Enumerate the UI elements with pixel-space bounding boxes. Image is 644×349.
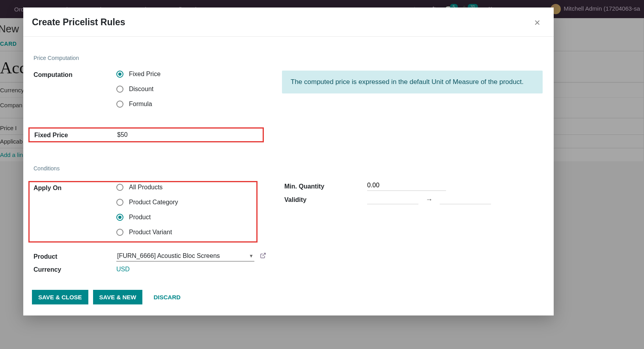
modal-body: Price Computation Computation Fixed Pric… xyxy=(23,37,554,284)
radio-fixed-price[interactable]: Fixed Price xyxy=(116,71,266,78)
highlight-fixed-price: Fixed Price $50 xyxy=(28,127,264,142)
product-select-value: [FURN_6666] Acoustic Bloc Screens xyxy=(117,252,220,259)
highlight-apply-on: Apply On All Products Product Category xyxy=(28,181,258,243)
currency-value[interactable]: USD xyxy=(116,266,130,272)
validity-end-input[interactable] xyxy=(440,195,491,204)
radio-icon xyxy=(116,86,123,93)
min-quantity-input[interactable] xyxy=(367,181,446,191)
radio-icon xyxy=(116,71,123,78)
radio-icon xyxy=(116,229,123,236)
info-uom-note: The computed price is expressed in the d… xyxy=(282,71,543,93)
arrow-right-icon: → xyxy=(426,196,433,204)
product-select[interactable]: [FURN_6666] Acoustic Bloc Screens ▼ xyxy=(116,251,254,261)
radio-product-variant[interactable]: Product Variant xyxy=(116,229,255,236)
radio-label: Discount xyxy=(129,86,153,93)
radio-icon xyxy=(116,101,123,108)
radio-discount[interactable]: Discount xyxy=(116,86,266,93)
label-validity: Validity xyxy=(284,196,367,203)
apply-on-radio-group: All Products Product Category Product xyxy=(116,184,255,236)
section-conditions: Conditions xyxy=(34,165,543,172)
label-currency: Currency xyxy=(34,265,116,273)
radio-label: Fixed Price xyxy=(129,71,161,78)
label-product: Product xyxy=(34,252,116,260)
radio-label: Formula xyxy=(129,101,152,108)
close-icon[interactable]: × xyxy=(534,17,540,28)
validity-start-input[interactable] xyxy=(367,195,418,204)
chevron-down-icon: ▼ xyxy=(249,253,254,259)
radio-label: All Products xyxy=(129,184,162,191)
discard-button[interactable]: DISCARD xyxy=(147,290,187,304)
computation-radio-group: Fixed Price Discount Formula xyxy=(116,71,266,108)
create-pricelist-rules-modal: Create Pricelist Rules × Price Computati… xyxy=(23,7,554,315)
save-close-button[interactable]: SAVE & CLOSE xyxy=(32,290,88,304)
radio-icon xyxy=(116,199,123,206)
label-fixed-price: Fixed Price xyxy=(34,131,117,139)
section-price-computation: Price Computation xyxy=(34,55,543,61)
radio-label: Product xyxy=(129,214,151,221)
save-new-button[interactable]: SAVE & NEW xyxy=(93,290,143,304)
fixed-price-value[interactable]: $50 xyxy=(117,131,260,138)
svg-line-0 xyxy=(263,253,265,256)
modal-title: Create Pricelist Rules xyxy=(32,17,125,28)
radio-label: Product Variant xyxy=(129,229,172,236)
radio-all-products[interactable]: All Products xyxy=(116,184,255,191)
radio-icon xyxy=(116,184,123,191)
radio-product-category[interactable]: Product Category xyxy=(116,199,255,206)
label-computation: Computation xyxy=(34,71,116,78)
radio-product[interactable]: Product xyxy=(116,214,255,221)
modal-footer: SAVE & CLOSE SAVE & NEW DISCARD xyxy=(23,284,554,315)
label-min-quantity: Min. Quantity xyxy=(284,182,367,190)
radio-formula[interactable]: Formula xyxy=(116,101,266,108)
label-apply-on: Apply On xyxy=(34,184,116,192)
external-link-icon[interactable] xyxy=(260,252,266,261)
radio-label: Product Category xyxy=(129,199,178,206)
radio-icon xyxy=(116,214,123,221)
modal-header: Create Pricelist Rules × xyxy=(23,7,554,37)
